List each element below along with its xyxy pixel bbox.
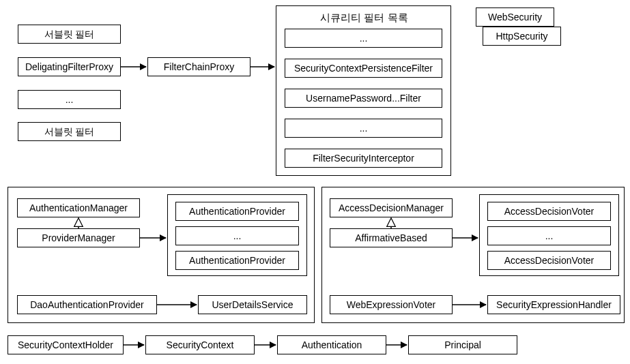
servlet-filter-ellipsis: ...: [18, 90, 121, 109]
user-details-service: UserDetailsService: [198, 295, 307, 314]
http-security: HttpSecurity: [483, 27, 561, 46]
access-decision-manager: AccessDecisionManager: [330, 198, 453, 217]
security-context: SecurityContext: [145, 335, 255, 354]
affirmative-based: AffirmativeBased: [330, 228, 453, 247]
access-voter-2: AccessDecisionVoter: [487, 251, 611, 270]
security-filter-list-title: 시큐리티 필터 목록: [276, 12, 452, 25]
security-filter-item-4: FilterSecurityInterceptor: [285, 149, 442, 168]
web-security: WebSecurity: [476, 7, 554, 27]
security-filter-item-3: ...: [285, 119, 442, 138]
security-context-holder: SecurityContextHolder: [8, 335, 124, 354]
auth-provider-2: AuthenticationProvider: [175, 251, 299, 270]
principal: Principal: [408, 335, 517, 354]
servlet-filter-bottom: 서블릿 필터: [18, 122, 121, 141]
security-filter-item-1: SecurityContextPersistenceFilter: [285, 59, 442, 78]
filter-chain-proxy: FilterChainProxy: [147, 57, 250, 76]
access-voter-1: ...: [487, 226, 611, 245]
deligating-filter-proxy: DeligatingFilterProxy: [18, 57, 121, 76]
security-filter-item-0: ...: [285, 29, 442, 48]
security-expression-handler: SecurityExpressionHandler: [487, 295, 620, 314]
authentication: Authentication: [277, 335, 386, 354]
servlet-filter-top: 서블릿 필터: [18, 25, 121, 44]
dao-authentication-provider: DaoAuthenticationProvider: [17, 295, 157, 314]
authentication-manager: AuthenticationManager: [17, 198, 140, 217]
provider-manager: ProviderManager: [17, 228, 140, 247]
auth-provider-1: ...: [175, 226, 299, 245]
access-voter-0: AccessDecisionVoter: [487, 202, 611, 221]
security-filter-item-2: UsernamePassword...Filter: [285, 89, 442, 108]
auth-provider-0: AuthenticationProvider: [175, 202, 299, 221]
web-expression-voter: WebExpressionVoter: [330, 295, 453, 314]
